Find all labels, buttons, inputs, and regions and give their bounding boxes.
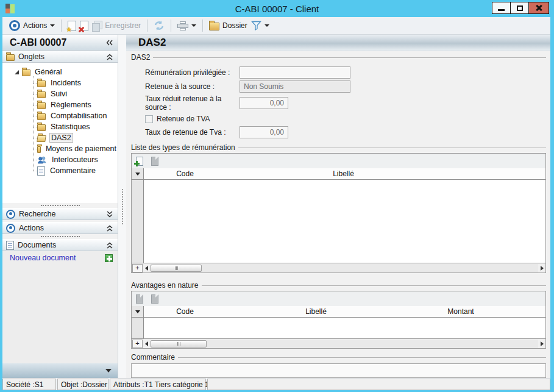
documents-label: Documents	[18, 241, 103, 249]
collapse-panel-button[interactable]	[107, 225, 113, 232]
retenue-tva-checkbox[interactable]	[145, 115, 153, 123]
actions-menu-button[interactable]: Actions	[7, 19, 57, 32]
table-body	[132, 318, 545, 338]
open-folder-icon	[37, 135, 46, 142]
folder-icon	[37, 102, 46, 109]
taux-reduit-field[interactable]: 0,00	[240, 97, 288, 109]
status-societe: Société :S1	[2, 379, 56, 390]
taux-tva-field[interactable]: 0,00	[240, 126, 288, 138]
scroll-down-icon[interactable]	[105, 369, 112, 372]
bullseye-icon	[6, 224, 15, 233]
scroll-left-button[interactable]	[143, 340, 150, 348]
horizontal-scrollbar: +	[132, 338, 545, 348]
statusbar: Société :S1 Objet :Dossier Attributs :T1…	[2, 378, 550, 390]
column-header-montant[interactable]: Montant	[406, 306, 516, 317]
scrollbar-thumb[interactable]	[151, 340, 207, 347]
column-header-code[interactable]: Code	[144, 168, 226, 179]
scrollbar-thumb[interactable]	[151, 265, 202, 272]
document-icon	[6, 241, 14, 250]
nouveau-document-link[interactable]: Nouveau document	[10, 254, 105, 262]
table-rows-empty[interactable]	[144, 318, 545, 338]
tree-item-general[interactable]: Général	[2, 66, 118, 77]
record-title: C-ABI 00007	[10, 37, 106, 48]
folder-icon	[37, 80, 46, 87]
retenue-source-field[interactable]: Non Soumis	[240, 80, 350, 93]
row-selector-header[interactable]	[132, 168, 144, 179]
tree-item-moyens-de-paiement[interactable]: Moyens de paiement	[2, 143, 118, 154]
close-button[interactable]	[528, 2, 549, 14]
panel-documents-header[interactable]: Documents	[2, 239, 118, 251]
folder-icon	[22, 69, 30, 76]
filter-button[interactable]	[249, 20, 271, 32]
collapse-panel-button[interactable]	[107, 242, 113, 249]
add-row-button[interactable]	[134, 293, 145, 305]
table-toolbar	[132, 154, 545, 168]
panel-recherche-header[interactable]: Recherche	[2, 208, 118, 220]
actions-menu-label: Actions	[23, 21, 47, 30]
tree-item-interlocuteurs[interactable]: Interlocuteurs	[2, 154, 118, 165]
print-button[interactable]	[176, 20, 198, 32]
retenue-tva-label: Retenue de TVA	[157, 115, 210, 123]
bullseye-icon	[9, 20, 20, 31]
status-attributs: Attributs :T1 Tiers catégorie 1	[110, 379, 206, 390]
add-line-button[interactable]: +	[132, 264, 143, 273]
dossier-button[interactable]: Dossier	[207, 20, 249, 32]
tree-item-comptabilisation[interactable]: Comptabilisation	[2, 110, 118, 121]
tree-item-statistiques[interactable]: Statistiques	[2, 121, 118, 132]
tree-expander-icon[interactable]	[15, 70, 19, 74]
delete-record-button[interactable]	[78, 20, 90, 32]
row-gutter	[132, 180, 144, 263]
delete-row-button[interactable]	[149, 155, 160, 167]
panel-separator	[2, 234, 118, 239]
scroll-right-button[interactable]	[538, 264, 545, 273]
table-types-remuneration: Code Libellé +	[131, 153, 546, 273]
delete-row-button[interactable]	[149, 293, 160, 305]
dropdown-icon	[135, 310, 140, 313]
scroll-right-button[interactable]	[538, 340, 545, 348]
main-toolbar: Actions ★ Enregistrer	[2, 17, 550, 35]
double-chevron-left-icon	[106, 40, 113, 46]
double-chevron-up-icon	[107, 225, 113, 232]
column-header-libelle[interactable]: Libellé	[226, 168, 461, 179]
expand-panel-button[interactable]	[107, 211, 113, 218]
folder-icon	[37, 124, 46, 131]
scrollbar-track[interactable]	[150, 264, 538, 273]
onglets-tree: Général Incidents Suivi Rè	[2, 63, 118, 203]
commentaire-field[interactable]	[131, 363, 546, 378]
new-record-button[interactable]: ★	[66, 20, 78, 32]
minimize-button[interactable]	[492, 2, 511, 14]
add-document-button[interactable]	[105, 254, 113, 262]
add-row-button[interactable]	[134, 155, 145, 167]
refresh-button[interactable]	[152, 20, 166, 32]
tree-item-commentaire[interactable]: Commentaire	[2, 165, 118, 176]
arrow-right-icon	[541, 341, 544, 346]
row-gutter	[132, 318, 144, 338]
nouveau-document-row: Nouveau document	[2, 251, 118, 265]
add-line-button[interactable]: +	[132, 340, 143, 348]
remuneration-privilegiee-field[interactable]	[240, 66, 350, 79]
tree-item-das2[interactable]: DAS2	[2, 132, 118, 143]
tree-item-suivi[interactable]: Suivi	[2, 88, 118, 99]
row-selector-header[interactable]	[132, 306, 144, 317]
column-header-code[interactable]: Code	[144, 306, 226, 317]
new-document-icon: ★	[68, 21, 76, 31]
column-header-libelle[interactable]: Libellé	[226, 306, 406, 317]
collapse-panel-button[interactable]	[107, 54, 113, 60]
sidebar-splitter[interactable]	[118, 35, 126, 378]
save-button[interactable]: Enregistrer	[90, 20, 143, 32]
folder-icon	[6, 54, 15, 61]
collapse-sidebar-button[interactable]	[106, 40, 113, 46]
group-avantages: Avantages en nature	[131, 281, 546, 290]
table-rows-empty[interactable]	[144, 180, 545, 263]
panel-actions-header[interactable]: Actions	[2, 222, 118, 234]
scroll-left-button[interactable]	[143, 264, 150, 273]
maximize-button[interactable]	[510, 2, 529, 14]
panel-onglets-header[interactable]: Onglets	[2, 51, 118, 63]
save-label: Enregistrer	[105, 21, 141, 30]
recherche-label: Recherche	[19, 210, 103, 218]
arrow-right-icon	[541, 266, 544, 271]
filter-funnel-icon	[251, 21, 261, 30]
tree-item-incidents[interactable]: Incidents	[2, 77, 118, 88]
tree-item-reglements[interactable]: Règlements	[2, 99, 118, 110]
scrollbar-track[interactable]	[150, 340, 538, 348]
